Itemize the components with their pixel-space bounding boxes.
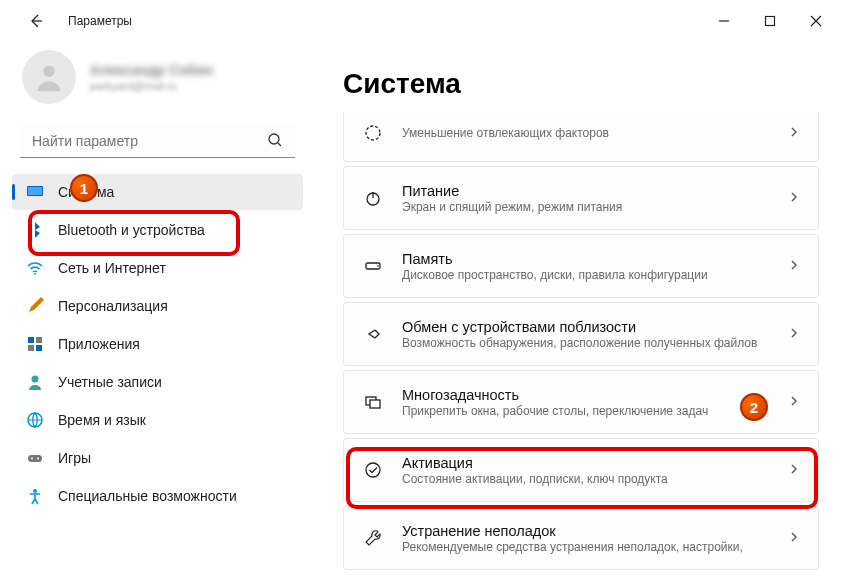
card-subtitle: Уменьшение отвлекающих факторов	[402, 126, 770, 140]
storage-icon	[362, 256, 384, 276]
person-icon	[26, 373, 44, 391]
avatar	[22, 50, 76, 104]
svg-rect-4	[28, 187, 42, 195]
user-block[interactable]: Александр Собин parkyard@mail.ru	[8, 42, 307, 120]
chevron-right-icon	[788, 393, 800, 411]
card-text: Устранение неполадокРекомендуемые средст…	[402, 523, 770, 554]
multitask-icon	[362, 392, 384, 412]
card-title: Питание	[402, 183, 770, 199]
monitor-icon	[26, 183, 44, 201]
svg-rect-8	[28, 345, 34, 351]
window-title: Параметры	[68, 14, 132, 28]
card-multitask[interactable]: МногозадачностьПрикрепить окна, рабочие …	[343, 370, 819, 434]
card-check[interactable]: АктивацияСостояние активации, подписки, …	[343, 438, 819, 502]
svg-point-19	[377, 265, 379, 267]
accessibility-icon	[26, 487, 44, 505]
sidebar-item-wifi[interactable]: Сеть и Интернет	[12, 250, 303, 286]
card-power[interactable]: ПитаниеЭкран и спящий режим, режим питан…	[343, 166, 819, 230]
close-button[interactable]	[793, 5, 839, 37]
sidebar-item-label: Персонализация	[58, 298, 168, 314]
minimize-button[interactable]	[701, 5, 747, 37]
card-text: Уменьшение отвлекающих факторов	[402, 125, 770, 140]
sidebar-item-label: Система	[58, 184, 114, 200]
chevron-right-icon	[788, 325, 800, 343]
sidebar-item-label: Сеть и Интернет	[58, 260, 166, 276]
gamepad-icon	[26, 449, 44, 467]
globe-icon	[26, 411, 44, 429]
maximize-button[interactable]	[747, 5, 793, 37]
chevron-right-icon	[788, 257, 800, 275]
window-controls	[701, 5, 839, 37]
sidebar-item-label: Время и язык	[58, 412, 146, 428]
card-subtitle: Состояние активации, подписки, ключ прод…	[402, 472, 770, 486]
card-subtitle: Рекомендуемые средства устранения непола…	[402, 540, 770, 554]
card-text: ПамятьДисковое пространство, диски, прав…	[402, 251, 770, 282]
card-text: МногозадачностьПрикрепить окна, рабочие …	[402, 387, 770, 418]
user-email: parkyard@mail.ru	[90, 80, 213, 92]
card-title: Многозадачность	[402, 387, 770, 403]
search-input[interactable]	[20, 124, 295, 158]
svg-point-14	[37, 458, 39, 460]
page-title: Система	[343, 68, 819, 100]
card-wrench[interactable]: Устранение неполадокРекомендуемые средст…	[343, 506, 819, 570]
card-title: Память	[402, 251, 770, 267]
svg-point-1	[43, 66, 54, 77]
sidebar-item-label: Игры	[58, 450, 91, 466]
sidebar-item-accessibility[interactable]: Специальные возможности	[12, 478, 303, 514]
card-title: Обмен с устройствами поблизости	[402, 319, 770, 335]
search-row	[20, 124, 295, 158]
card-storage[interactable]: ПамятьДисковое пространство, диски, прав…	[343, 234, 819, 298]
sidebar-item-monitor[interactable]: Система	[12, 174, 303, 210]
card-title: Устранение неполадок	[402, 523, 770, 539]
chevron-right-icon	[788, 124, 800, 142]
svg-point-16	[366, 126, 380, 140]
card-text: ПитаниеЭкран и спящий режим, режим питан…	[402, 183, 770, 214]
card-subtitle: Экран и спящий режим, режим питания	[402, 200, 770, 214]
sidebar-item-label: Учетные записи	[58, 374, 162, 390]
card-subtitle: Возможность обнаружения, расположение по…	[402, 336, 770, 350]
focus-icon	[362, 123, 384, 143]
sidebar-item-brush[interactable]: Персонализация	[12, 288, 303, 324]
sidebar-item-label: Приложения	[58, 336, 140, 352]
svg-point-10	[32, 376, 39, 383]
sidebar-item-globe[interactable]: Время и язык	[12, 402, 303, 438]
svg-point-22	[366, 463, 380, 477]
sidebar-item-apps[interactable]: Приложения	[12, 326, 303, 362]
check-icon	[362, 460, 384, 480]
user-name: Александр Собин	[90, 62, 213, 78]
chevron-right-icon	[788, 461, 800, 479]
card-text: АктивацияСостояние активации, подписки, …	[402, 455, 770, 486]
card-share[interactable]: Обмен с устройствами поблизостиВозможнос…	[343, 302, 819, 366]
titlebar: Параметры	[0, 0, 847, 42]
apps-icon	[26, 335, 44, 353]
chevron-right-icon	[788, 189, 800, 207]
brush-icon	[26, 297, 44, 315]
sidebar-item-person[interactable]: Учетные записи	[12, 364, 303, 400]
content: Система Уменьшение отвлекающих факторовП…	[315, 42, 847, 587]
power-icon	[362, 188, 384, 208]
sidebar-item-label: Специальные возможности	[58, 488, 237, 504]
sidebar-item-bluetooth[interactable]: Bluetooth и устройства	[12, 212, 303, 248]
svg-rect-12	[28, 455, 42, 462]
svg-point-13	[31, 458, 33, 460]
search-icon	[267, 132, 283, 152]
card-subtitle: Прикрепить окна, рабочие столы, переключ…	[402, 404, 770, 418]
arrow-left-icon	[28, 13, 44, 29]
card-subtitle: Дисковое пространство, диски, правила ко…	[402, 268, 770, 282]
sidebar-item-label: Bluetooth и устройства	[58, 222, 205, 238]
svg-rect-21	[370, 400, 380, 408]
share-icon	[362, 324, 384, 344]
svg-rect-9	[36, 345, 42, 351]
chevron-right-icon	[788, 529, 800, 547]
sidebar-item-gamepad[interactable]: Игры	[12, 440, 303, 476]
svg-point-2	[269, 134, 279, 144]
svg-rect-6	[28, 337, 34, 343]
svg-rect-0	[766, 17, 775, 26]
back-button[interactable]	[20, 5, 52, 37]
card-focus[interactable]: Уменьшение отвлекающих факторов	[343, 112, 819, 162]
svg-point-15	[33, 489, 37, 493]
wifi-icon	[26, 259, 44, 277]
wrench-icon	[362, 528, 384, 548]
svg-rect-7	[36, 337, 42, 343]
sidebar: Александр Собин parkyard@mail.ru Система…	[0, 42, 315, 587]
